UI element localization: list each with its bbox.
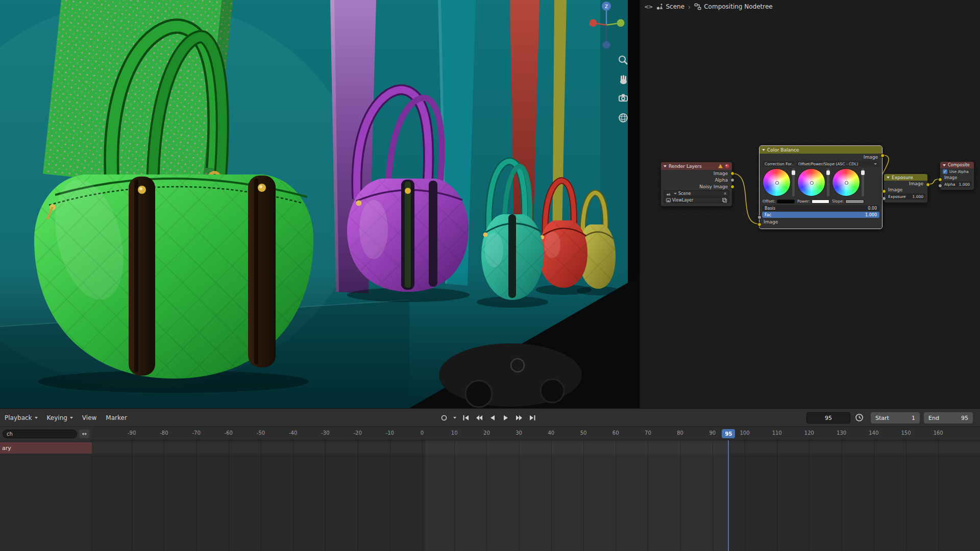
node-composite[interactable]: Composite ✓ Use Alpha Image Alpha1.000 <box>940 161 974 190</box>
ruler-tick: 20 <box>483 430 490 436</box>
editor-type-icon[interactable]: <> <box>644 4 652 10</box>
viewlayer-select-field[interactable]: ViewLayer <box>664 197 729 203</box>
alpha-field[interactable]: Alpha1.000 <box>942 181 972 187</box>
next-keyframe-button[interactable] <box>513 413 525 423</box>
use-alpha-row[interactable]: ✓ Use Alpha <box>940 168 974 174</box>
slope-swatch[interactable] <box>845 199 864 204</box>
scene-selector[interactable]: Scene <box>656 3 684 10</box>
play-button[interactable] <box>500 413 511 423</box>
image-icon <box>666 198 671 203</box>
scene-select-field[interactable]: Scene × <box>664 190 729 196</box>
gizmo-axis-z[interactable]: Z <box>602 2 611 11</box>
layers-icon[interactable] <box>722 198 727 203</box>
ruler-tick: -30 <box>321 430 329 436</box>
socket-image-input[interactable] <box>757 222 762 227</box>
chevron-down-icon <box>35 417 38 419</box>
current-frame-pill[interactable]: 95 <box>722 429 735 438</box>
navigation-gizmo[interactable]: Z <box>587 1 626 51</box>
socket-image-output[interactable] <box>880 154 885 158</box>
socket-alpha-input[interactable] <box>938 184 942 188</box>
render-image[interactable] <box>0 0 639 408</box>
jump-to-end-button[interactable] <box>526 413 538 423</box>
jump-to-start-button[interactable] <box>460 413 472 423</box>
camera-view-button[interactable] <box>616 90 631 106</box>
correction-dropdown[interactable]: Correction For... <box>763 161 794 167</box>
sync-dropdown-button[interactable] <box>451 413 458 423</box>
ruler-tick: 90 <box>709 430 716 436</box>
power-value-slider[interactable] <box>827 168 829 196</box>
timeline-editor[interactable]: Playback Keying View Marker <box>0 408 980 551</box>
method-dropdown[interactable]: Offset/Power/Slope (ASC - CDL) <box>796 161 879 167</box>
auto-keying-button[interactable] <box>438 413 450 423</box>
collapse-icon[interactable] <box>762 149 765 151</box>
camera-icon <box>618 92 629 104</box>
expand-collapse-button[interactable]: ↔ <box>79 430 89 438</box>
grid-line <box>486 440 487 551</box>
compositor-node-editor[interactable]: <> Scene › Compositing Nodetree <box>639 0 980 408</box>
preview-range-button[interactable] <box>853 412 865 422</box>
socket-image-input[interactable] <box>938 178 942 182</box>
ruler-tick: 100 <box>740 430 749 436</box>
channel-search-input[interactable] <box>3 430 77 438</box>
use-alpha-checkbox[interactable]: ✓ <box>943 169 947 174</box>
offset-swatch[interactable] <box>777 199 795 204</box>
socket-exposure-input[interactable] <box>882 196 886 201</box>
jump-end-icon <box>529 415 536 421</box>
gizmo-axis-y[interactable] <box>617 19 625 27</box>
basis-field[interactable]: Basis0.00 <box>762 205 879 211</box>
current-frame-field[interactable]: 95 <box>806 412 850 423</box>
socket-alpha-output[interactable] <box>730 178 734 182</box>
collapse-icon[interactable] <box>943 164 946 166</box>
node-render-layers[interactable]: Render Layers Image Alpha Noisy Image Sc… <box>660 162 732 207</box>
socket-image-output[interactable] <box>730 171 734 176</box>
start-frame-field[interactable]: Start1 <box>871 412 920 423</box>
composite-header[interactable]: Composite <box>940 162 974 168</box>
grid-line <box>164 440 164 551</box>
offset-value-slider[interactable] <box>792 168 795 196</box>
keying-menu[interactable]: Keying <box>42 409 78 427</box>
pan-tool-button[interactable] <box>616 72 631 87</box>
summary-channel[interactable]: ary <box>0 442 92 454</box>
slope-color-wheel[interactable] <box>832 168 860 196</box>
perspective-toggle-button[interactable] <box>616 110 631 126</box>
power-swatch[interactable] <box>812 199 829 204</box>
view-menu[interactable]: View <box>78 409 101 427</box>
gizmo-axis-x[interactable] <box>590 19 597 27</box>
exposure-field[interactable]: Exposure1.000 <box>886 193 925 199</box>
viewport-render-preview[interactable]: Z <box>0 0 639 408</box>
playback-menu[interactable]: Playback <box>0 409 42 427</box>
zoom-tool-button[interactable] <box>616 53 631 68</box>
end-frame-field[interactable]: End95 <box>924 412 973 423</box>
color-balance-header[interactable]: Color Balance <box>760 146 882 154</box>
collapse-icon[interactable] <box>887 177 890 179</box>
offset-color-wheel[interactable] <box>763 168 791 196</box>
render-preview-icon[interactable] <box>725 164 729 168</box>
exposure-header[interactable]: Exposure <box>884 174 927 181</box>
socket-image-input[interactable] <box>882 189 886 193</box>
grid-line <box>293 440 293 551</box>
previous-keyframe-button[interactable] <box>473 413 485 423</box>
ruler-tick: 50 <box>580 430 587 436</box>
grid-line <box>229 440 229 551</box>
ruler[interactable]: 95 ↔ -90-80-70-60-50-40-30-20-1001020304… <box>0 427 980 440</box>
playhead-line[interactable] <box>728 440 729 551</box>
power-color-wheel[interactable] <box>797 168 825 196</box>
offset-label: Offset: <box>763 199 775 204</box>
node-color-balance[interactable]: Color Balance Image Correction For... Of… <box>759 145 883 229</box>
nodetree-breadcrumb[interactable]: Compositing Nodetree <box>694 3 773 10</box>
gizmo-axis-z-negative[interactable] <box>603 41 610 49</box>
grid-line <box>422 440 423 551</box>
render-layers-header[interactable]: Render Layers <box>661 162 732 170</box>
socket-noisy-image-output[interactable] <box>730 185 734 189</box>
play-reverse-button[interactable] <box>486 413 498 423</box>
collapse-icon[interactable] <box>664 165 667 167</box>
ruler-tick: 110 <box>772 430 782 436</box>
marker-menu[interactable]: Marker <box>101 409 131 427</box>
socket-fac-input[interactable] <box>757 215 762 219</box>
slope-value-slider[interactable] <box>862 168 864 196</box>
dopesheet-area[interactable]: ary <box>0 440 980 551</box>
fac-slider[interactable]: Fac1.000 <box>762 212 879 218</box>
socket-image-output[interactable] <box>926 183 930 187</box>
node-exposure[interactable]: Exposure Image Image Exposure1.000 <box>884 173 928 203</box>
clear-scene-button[interactable]: × <box>723 191 727 196</box>
